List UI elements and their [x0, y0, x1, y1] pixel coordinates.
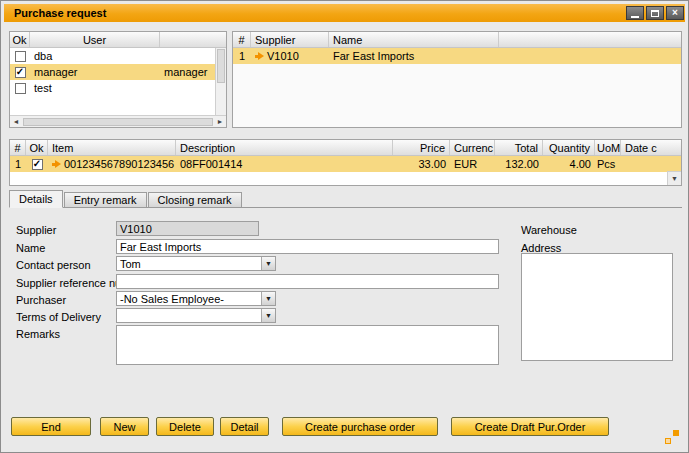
link-arrow-icon[interactable] [255, 52, 264, 60]
user-ok-cell [10, 48, 30, 64]
items-header-ok: Ok [26, 140, 48, 155]
dropdown-arrow-icon[interactable]: ▼ [261, 292, 275, 305]
suppliers-header-num: # [233, 32, 251, 47]
tab-closing-remark[interactable]: Closing remark [148, 192, 242, 207]
user-name-cell: manager [30, 64, 160, 80]
remarks-textarea[interactable] [116, 325, 499, 365]
supplier-filler-cell [499, 48, 681, 64]
users-vscroll-thumb[interactable] [217, 49, 225, 83]
scroll-left-icon[interactable]: ◄ [10, 116, 22, 127]
name-field[interactable]: Far East Imports [116, 239, 499, 254]
scroll-down-icon: ▼ [671, 175, 678, 182]
items-header-uom: UoM [595, 140, 621, 155]
supplier-row[interactable]: 1 V1010 Far East Imports [233, 48, 681, 64]
user-name-cell: dba [30, 48, 160, 64]
tab-details[interactable]: Details [9, 190, 63, 208]
supplier-code-cell: V1010 [251, 48, 329, 64]
create-purchase-order-button[interactable]: Create purchase order [282, 417, 438, 436]
suppliers-header-row: # Supplier Name [233, 32, 681, 48]
item-row[interactable]: 1 ✓ 001234567890123456 08FF001414 33.00 … [10, 156, 681, 172]
items-header-date: Date c [621, 140, 681, 155]
terms-of-delivery-label: Terms of Delivery [16, 310, 101, 324]
maximize-icon [651, 10, 659, 17]
dropdown-arrow-icon[interactable]: ▼ [261, 257, 275, 270]
user-name-cell: test [30, 80, 160, 96]
items-header-description: Description [176, 140, 393, 155]
delete-button[interactable]: Delete [156, 417, 214, 436]
close-button[interactable]: × [666, 6, 684, 20]
supplier-label: Supplier [16, 223, 56, 237]
detail-button[interactable]: Detail [220, 417, 269, 436]
dropdown-arrow-icon[interactable]: ▼ [261, 309, 275, 322]
warehouse-label: Warehouse [521, 223, 577, 237]
end-button[interactable]: End [11, 417, 91, 436]
item-description-cell: 08FF001414 [176, 156, 393, 172]
suppliers-header-filler [499, 32, 681, 47]
items-header-quantity: Quantity [543, 140, 595, 155]
user-row-test[interactable]: test [10, 80, 226, 96]
items-header-currency: Currenc [450, 140, 495, 155]
supplier-reference-field[interactable] [116, 274, 499, 289]
users-header-ok: Ok [10, 32, 30, 47]
users-header-user: User [30, 32, 160, 47]
items-header-row: # Ok Item Description Price Currenc Tota… [10, 140, 681, 156]
supplier-name-cell: Far East Imports [329, 48, 499, 64]
address-textarea[interactable] [521, 253, 673, 361]
user-checkbox[interactable] [15, 51, 26, 62]
supplier-code: V1010 [267, 50, 299, 62]
item-uom-cell: Pcs [595, 156, 621, 172]
supplier-field: V1010 [116, 221, 259, 236]
item-quantity-cell: 4.00 [543, 156, 595, 172]
users-horizontal-scrollbar[interactable]: ◄ ► [10, 115, 226, 127]
create-draft-purchase-order-button[interactable]: Create Draft Pur.Order [451, 417, 609, 436]
item-price-cell: 33.00 [393, 156, 450, 172]
resize-grip-icon[interactable] [665, 430, 679, 444]
purchase-request-window: Purchase request × Ok User dba ✓ manager… [0, 0, 689, 453]
minimize-icon [631, 16, 639, 18]
remarks-label: Remarks [16, 327, 60, 341]
user-ok-cell: ✓ [10, 64, 30, 80]
tab-entry-remark[interactable]: Entry remark [64, 192, 147, 207]
window-controls: × [626, 6, 684, 20]
users-hscroll-thumb[interactable] [23, 118, 213, 126]
scroll-right-icon[interactable]: ► [214, 116, 226, 127]
item-checkbox[interactable]: ✓ [32, 159, 43, 170]
items-header-price: Price [393, 140, 450, 155]
minimize-button[interactable] [626, 6, 644, 20]
link-arrow-icon[interactable] [52, 160, 61, 168]
purchaser-value: -No Sales Employee- [120, 293, 224, 305]
contact-person-label: Contact person [16, 258, 91, 272]
items-grid: # Ok Item Description Price Currenc Tota… [9, 139, 682, 186]
user-checkbox[interactable]: ✓ [15, 67, 26, 78]
user-ok-cell [10, 80, 30, 96]
close-icon: × [672, 8, 678, 18]
users-vertical-scrollbar[interactable] [215, 48, 226, 115]
window-title: Purchase request [14, 7, 106, 19]
items-header-item: Item [48, 140, 176, 155]
terms-of-delivery-dropdown[interactable]: ▼ [116, 308, 276, 323]
contact-person-dropdown[interactable]: Tom ▼ [116, 256, 276, 271]
supplier-reference-label: Supplier reference nu [16, 276, 121, 290]
items-scroll-down-button[interactable]: ▼ [667, 171, 681, 185]
tab-label: Entry remark [74, 194, 137, 206]
item-date-cell [621, 156, 681, 172]
supplier-num-cell: 1 [233, 48, 251, 64]
item-code: 001234567890123456 [64, 158, 174, 170]
new-button[interactable]: New [100, 417, 149, 436]
suppliers-header-supplier: Supplier [251, 32, 329, 47]
name-label: Name [16, 241, 45, 255]
user-checkbox[interactable] [15, 83, 26, 94]
title-bar[interactable]: Purchase request × [4, 4, 685, 22]
item-ok-cell: ✓ [26, 156, 48, 172]
tab-label: Closing remark [158, 194, 232, 206]
user-row-manager[interactable]: ✓ manager manager [10, 64, 226, 80]
tab-label: Details [19, 193, 53, 205]
users-panel: Ok User dba ✓ manager manager test ◄ ► [9, 31, 227, 128]
maximize-button[interactable] [646, 6, 664, 20]
purchaser-dropdown[interactable]: -No Sales Employee- ▼ [116, 291, 276, 306]
user-row-dba[interactable]: dba [10, 48, 226, 64]
item-currency-cell: EUR [450, 156, 495, 172]
item-total-cell: 132.00 [495, 156, 543, 172]
users-header-extra [160, 32, 226, 47]
suppliers-header-name: Name [329, 32, 499, 47]
